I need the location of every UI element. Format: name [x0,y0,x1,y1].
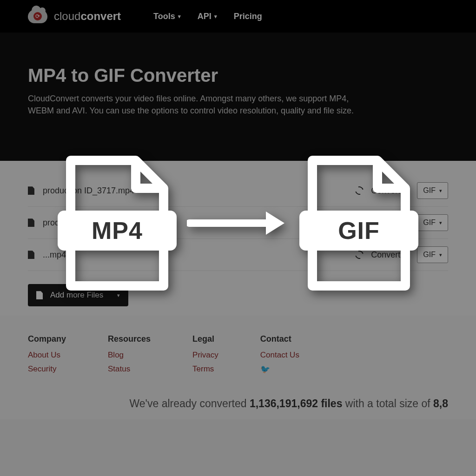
arrow-right-icon [187,207,289,239]
source-file-icon: MP4 [66,156,168,291]
conversion-graphic: MP4 GIF [0,156,476,291]
target-format-label: GIF [299,211,418,251]
source-format-label: MP4 [58,211,177,251]
target-file-icon: GIF [308,156,410,291]
